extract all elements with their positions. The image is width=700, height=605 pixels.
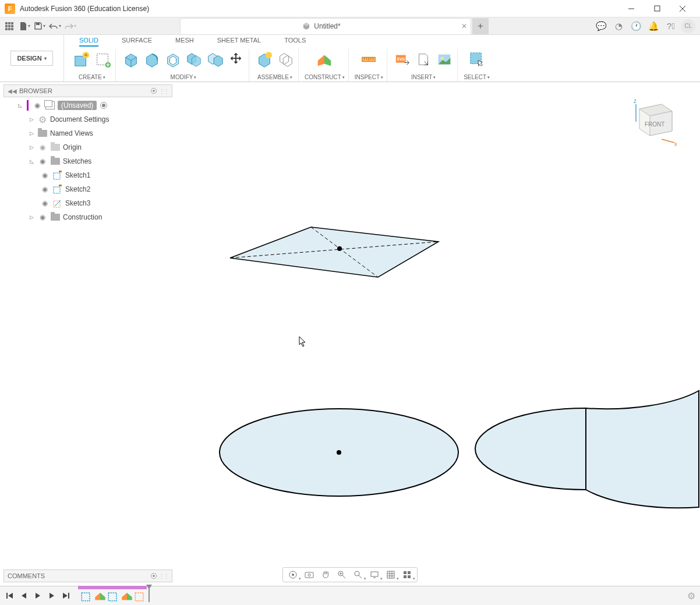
new-component-icon[interactable] (255, 50, 274, 69)
tree-sketches-folder[interactable]: ◉ Sketches (3, 154, 172, 168)
construct-group-label[interactable]: CONSTRUCT (305, 74, 345, 82)
visibility-toggle[interactable]: ◉ (40, 171, 50, 179)
visibility-toggle[interactable]: ◉ (37, 213, 48, 221)
tree-named-views[interactable]: Named Views (3, 126, 172, 140)
shell-icon[interactable] (164, 50, 182, 69)
clock-icon[interactable]: 🕐 (629, 19, 643, 33)
window-titlebar: F Autodesk Fusion 360 (Education License… (0, 0, 700, 17)
svg-point-47 (308, 574, 310, 576)
workspace-switcher[interactable]: DESIGN (10, 51, 52, 66)
svg-line-53 (359, 575, 362, 578)
browser-collapse-icon[interactable]: ◀◀ (8, 88, 17, 94)
user-avatar[interactable]: CL (681, 19, 695, 33)
insert-derive-icon[interactable] (414, 50, 433, 69)
pan-button[interactable] (319, 568, 332, 581)
tree-item-sketch2[interactable]: ◉ Sketch2 (3, 182, 172, 196)
visibility-toggle[interactable]: ◉ (40, 185, 50, 193)
timeline-step-back-button[interactable] (19, 590, 29, 601)
activate-radio[interactable] (100, 102, 107, 109)
save-button[interactable] (33, 19, 47, 33)
joint-icon[interactable] (276, 50, 295, 69)
ribbon-tab-sheet-metal[interactable]: SHEET METAL (217, 37, 261, 47)
timeline-step-forward-button[interactable] (47, 590, 57, 601)
measure-icon[interactable] (359, 50, 378, 69)
tree-item-sketch3[interactable]: ◉ Sketch3 (3, 196, 172, 210)
help-icon[interactable]: ?⃝ (664, 19, 678, 33)
file-menu-button[interactable] (17, 19, 31, 33)
comments-title: COMMENTS (8, 572, 151, 579)
select-icon[interactable] (468, 50, 486, 69)
timeline-end-button[interactable] (61, 590, 71, 601)
combine-icon[interactable] (185, 50, 203, 69)
orbit-button[interactable] (287, 568, 299, 581)
viewport[interactable]: ◀◀ BROWSER ⋮⋮ ◉ (Unsaved) ⚙ Document Set… (0, 82, 700, 586)
inspect-group-label[interactable]: INSPECT (355, 74, 383, 82)
window-minimize-button[interactable] (618, 0, 644, 17)
select-group-label[interactable]: SELECT (464, 74, 490, 82)
comments-options-icon[interactable] (151, 573, 157, 579)
visibility-toggle[interactable]: ◉ (40, 199, 50, 207)
tree-item-sketch1[interactable]: ◉ Sketch1 (3, 168, 172, 182)
tree-construction[interactable]: ◉ Construction (3, 210, 172, 224)
tree-document-settings[interactable]: ⚙ Document Settings (3, 112, 172, 126)
timeline-marker[interactable] (146, 585, 153, 602)
view-cube[interactable]: z FRONT x (624, 94, 677, 146)
grid-settings-button[interactable] (384, 568, 397, 581)
create-form-icon[interactable] (93, 50, 112, 69)
look-at-button[interactable] (303, 568, 316, 581)
timeline-settings-button[interactable]: ⚙ (687, 590, 695, 602)
press-pull-icon[interactable] (122, 50, 140, 69)
extensions-icon[interactable]: 💬 (594, 19, 608, 33)
assemble-group-label[interactable]: ASSEMBLE (257, 74, 292, 82)
timeline-start-button[interactable] (5, 590, 15, 601)
browser-options-icon[interactable] (151, 88, 157, 94)
svg-rect-61 (404, 571, 406, 574)
svg-rect-6 (11, 22, 13, 24)
svg-rect-37 (59, 171, 62, 172)
window-close-button[interactable] (670, 0, 695, 17)
create-group-label[interactable]: CREATE (79, 74, 105, 82)
document-tab[interactable]: Untitled* ✕ (180, 18, 471, 34)
svg-point-18 (266, 52, 272, 58)
svg-line-49 (342, 575, 345, 578)
window-maximize-button[interactable] (644, 0, 670, 17)
ribbon-tab-solid[interactable]: SOLID (79, 37, 98, 47)
insert-group-label[interactable]: INSERT (411, 74, 436, 82)
comments-header[interactable]: COMMENTS ⋮⋮ (3, 569, 172, 582)
svg-point-28 (441, 56, 444, 60)
svg-rect-12 (11, 28, 13, 30)
visibility-toggle[interactable]: ◉ (37, 143, 48, 151)
undo-button[interactable] (48, 19, 62, 33)
visibility-toggle[interactable]: ◉ (37, 157, 48, 165)
construct-plane-icon[interactable] (315, 50, 334, 69)
close-tab-button[interactable]: ✕ (461, 22, 467, 30)
display-settings-button[interactable] (368, 568, 381, 581)
new-tab-button[interactable]: + (472, 18, 489, 34)
panel-grip-icon[interactable]: ⋮⋮ (159, 573, 168, 579)
move-icon[interactable] (227, 50, 245, 69)
data-panel-button[interactable] (2, 19, 16, 33)
redo-button[interactable] (63, 19, 77, 33)
new-sketch-icon[interactable] (72, 50, 91, 69)
visibility-toggle[interactable]: ◉ (32, 101, 43, 109)
sketch-icon (52, 170, 63, 181)
viewport-layout-button[interactable] (401, 568, 413, 581)
timeline-track[interactable] (80, 589, 147, 602)
ribbon-tab-surface[interactable]: SURFACE (122, 37, 152, 47)
timeline-play-button[interactable] (33, 590, 43, 601)
notifications-icon[interactable]: 🔔 (646, 19, 660, 33)
ribbon-tab-mesh[interactable]: MESH (175, 37, 194, 47)
align-icon[interactable] (206, 50, 224, 69)
job-status-icon[interactable]: ◔ (611, 19, 625, 33)
insert-svg-icon[interactable]: SVG (393, 50, 412, 69)
tree-origin[interactable]: ◉ Origin (3, 140, 172, 154)
insert-canvas-icon[interactable] (435, 50, 454, 69)
panel-grip-icon[interactable]: ⋮⋮ (159, 88, 168, 94)
fillet-icon[interactable] (143, 50, 161, 69)
browser-header[interactable]: ◀◀ BROWSER ⋮⋮ (3, 84, 172, 97)
tree-root-component[interactable]: ◉ (Unsaved) (3, 98, 172, 112)
zoom-button[interactable] (335, 568, 348, 581)
modify-group-label[interactable]: MODIFY (171, 74, 197, 82)
ribbon-tab-tools[interactable]: TOOLS (284, 37, 306, 47)
fit-button[interactable] (352, 568, 365, 581)
